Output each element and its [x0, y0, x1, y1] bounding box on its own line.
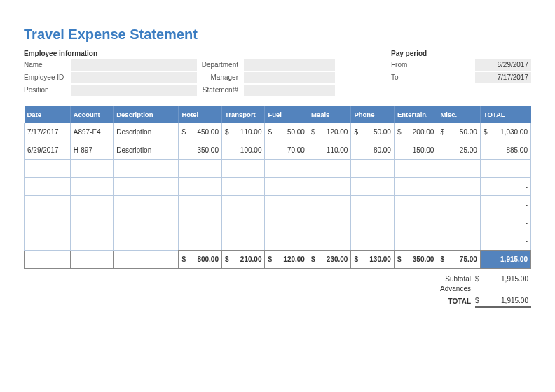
cell-description[interactable]: Description — [114, 123, 179, 141]
empty-cell[interactable] — [179, 232, 221, 251]
cell-fuel[interactable]: $50.00 — [265, 123, 308, 141]
cell-total: $1,030.00 — [480, 123, 530, 141]
empty-cell[interactable] — [308, 160, 350, 178]
empty-cell[interactable] — [25, 178, 71, 196]
empty-cell[interactable] — [308, 214, 350, 232]
col-entertain: Entertain. — [394, 106, 437, 123]
empty-cell[interactable] — [394, 214, 437, 232]
to-date[interactable]: 7/17/2017 — [475, 72, 531, 83]
empty-cell[interactable] — [114, 214, 179, 232]
cell-hotel[interactable]: 350.00 — [179, 141, 221, 160]
cell-transport[interactable]: $110.00 — [221, 123, 264, 141]
col-fuel: Fuel — [265, 106, 308, 123]
pay-period-heading: Pay period — [391, 50, 531, 57]
empty-cell[interactable] — [394, 232, 437, 251]
cell-misc[interactable]: $50.00 — [437, 123, 480, 141]
empty-cell[interactable] — [265, 178, 308, 196]
totals-hotel: $800.00 — [179, 251, 221, 269]
empty-cell[interactable] — [221, 196, 264, 214]
position-label: Position — [24, 86, 71, 94]
cell-date[interactable]: 7/17/2017 — [25, 123, 71, 141]
cell-hotel[interactable]: $450.00 — [179, 123, 221, 141]
cell-account[interactable]: H-897 — [70, 141, 113, 160]
statement-label: Statement# — [197, 86, 242, 94]
empty-cell[interactable] — [70, 232, 113, 251]
totals-blank — [25, 251, 71, 269]
empty-cell[interactable] — [351, 232, 394, 251]
empty-cell[interactable] — [308, 196, 350, 214]
cell-fuel[interactable]: 70.00 — [265, 141, 308, 160]
empty-cell[interactable] — [114, 232, 179, 251]
empty-cell[interactable] — [114, 196, 179, 214]
to-label: To — [391, 74, 426, 81]
col-phone: Phone — [351, 106, 394, 123]
empty-cell[interactable] — [437, 196, 480, 214]
empty-cell[interactable] — [221, 160, 264, 178]
empty-cell[interactable] — [394, 178, 437, 196]
cell-description[interactable]: Description — [114, 141, 179, 160]
employee-id-input[interactable] — [71, 72, 197, 83]
cell-transport[interactable]: 100.00 — [221, 141, 264, 160]
empty-cell[interactable] — [351, 214, 394, 232]
empty-cell[interactable] — [70, 160, 113, 178]
col-date: Date — [25, 106, 71, 123]
cell-entertain[interactable]: 150.00 — [394, 141, 437, 160]
empty-cell[interactable] — [351, 178, 394, 196]
empty-cell[interactable] — [25, 214, 71, 232]
empty-cell: - — [480, 232, 530, 251]
empty-cell[interactable] — [221, 178, 264, 196]
department-input[interactable] — [244, 59, 335, 71]
empty-cell[interactable] — [25, 232, 71, 251]
empty-cell[interactable] — [265, 196, 308, 214]
empty-cell[interactable] — [351, 196, 394, 214]
empty-cell[interactable] — [70, 178, 113, 196]
manager-input[interactable] — [244, 72, 335, 83]
totals-meals: $230.00 — [308, 251, 350, 269]
empty-cell[interactable] — [25, 196, 71, 214]
empty-cell[interactable] — [179, 178, 221, 196]
position-input[interactable] — [71, 85, 197, 96]
from-date[interactable]: 6/29/2017 — [475, 59, 531, 71]
cell-account[interactable]: A897-E4 — [70, 123, 113, 141]
empty-cell[interactable] — [394, 196, 437, 214]
empty-cell[interactable] — [221, 214, 264, 232]
table-row-empty: - — [25, 196, 531, 214]
empty-cell[interactable] — [179, 196, 221, 214]
empty-cell[interactable] — [394, 160, 437, 178]
empty-cell[interactable] — [437, 214, 480, 232]
empty-cell[interactable] — [179, 214, 221, 232]
empty-cell[interactable] — [179, 160, 221, 178]
cell-meals[interactable]: $120.00 — [308, 123, 350, 141]
empty-cell[interactable] — [70, 196, 113, 214]
cell-phone[interactable]: $50.00 — [351, 123, 394, 141]
empty-cell[interactable] — [221, 232, 264, 251]
empty-cell[interactable] — [351, 160, 394, 178]
table-row-empty: - — [25, 214, 531, 232]
statement-input[interactable] — [244, 85, 335, 96]
cell-misc[interactable]: 25.00 — [437, 141, 480, 160]
totals-fuel: $120.00 — [265, 251, 308, 269]
name-input[interactable] — [71, 59, 197, 71]
empty-cell[interactable] — [437, 160, 480, 178]
empty-cell[interactable] — [437, 232, 480, 251]
cell-entertain[interactable]: $200.00 — [394, 123, 437, 141]
empty-cell[interactable] — [25, 160, 71, 178]
empty-cell[interactable] — [308, 178, 350, 196]
expense-table: Date Account Description Hotel Transport… — [24, 106, 531, 270]
empty-cell[interactable] — [308, 232, 350, 251]
empty-cell: - — [480, 178, 530, 196]
empty-cell[interactable] — [265, 160, 308, 178]
cell-meals[interactable]: 110.00 — [308, 141, 350, 160]
empty-cell[interactable] — [265, 214, 308, 232]
col-account: Account — [70, 106, 113, 123]
summary-section: Subtotal $1,915.00 Advances TOTAL $1,915… — [24, 275, 531, 308]
subtotal-label: Subtotal — [419, 275, 475, 283]
empty-cell[interactable] — [114, 178, 179, 196]
empty-cell[interactable] — [70, 214, 113, 232]
table-row-empty: - — [25, 160, 531, 178]
empty-cell[interactable] — [437, 178, 480, 196]
empty-cell[interactable] — [114, 160, 179, 178]
cell-date[interactable]: 6/29/2017 — [25, 141, 71, 160]
cell-phone[interactable]: 80.00 — [351, 141, 394, 160]
empty-cell[interactable] — [265, 232, 308, 251]
